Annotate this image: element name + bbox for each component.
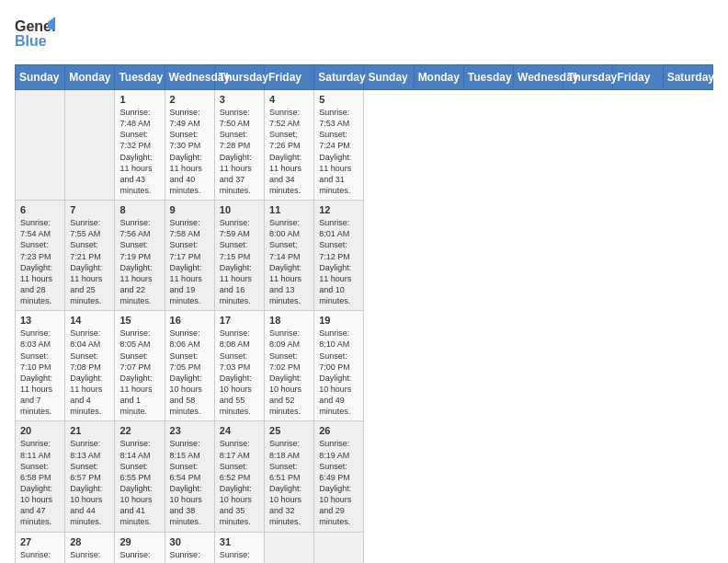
cell-content: Sunrise: 8:15 AMSunset: 6:54 PMDaylight:… [170,438,210,527]
calendar-cell: 31Sunrise: 7:26 AMSunset: 5:42 PMDayligh… [214,532,264,563]
calendar-week-3: 13Sunrise: 8:03 AMSunset: 7:10 PMDayligh… [16,311,713,421]
calendar-cell: 28Sunrise: 7:22 AMSunset: 5:46 PMDayligh… [65,532,115,563]
day-number: 15 [119,315,159,326]
day-number: 2 [170,94,210,105]
cell-content: Sunrise: 8:14 AMSunset: 6:55 PMDaylight:… [119,438,159,527]
calendar-cell [16,90,65,201]
cell-content: Sunrise: 7:58 AMSunset: 7:17 PMDaylight:… [170,217,210,306]
calendar-cell: 25Sunrise: 8:18 AMSunset: 6:51 PMDayligh… [265,421,314,532]
svg-text:Blue: Blue [15,33,47,49]
cell-content: Sunrise: 7:49 AMSunset: 7:30 PMDaylight:… [170,107,210,196]
calendar-week-2: 6Sunrise: 7:54 AMSunset: 7:23 PMDaylight… [16,201,713,311]
day-number: 23 [170,425,210,436]
cell-content: Sunrise: 7:59 AMSunset: 7:15 PMDaylight:… [220,217,259,306]
calendar-cell: 22Sunrise: 8:14 AMSunset: 6:55 PMDayligh… [115,421,165,532]
day-number: 22 [119,425,159,436]
page-header: General Blue [15,15,713,53]
calendar-header-row: SundayMondayTuesdayWednesdayThursdayFrid… [16,65,713,90]
calendar-cell: 12Sunrise: 8:01 AMSunset: 7:12 PMDayligh… [314,201,364,311]
day-number: 13 [20,315,60,326]
day-number: 25 [269,425,309,436]
logo: General Blue [15,15,55,53]
day-header-sunday: Sunday [364,65,414,90]
calendar-cell: 11Sunrise: 8:00 AMSunset: 7:14 PMDayligh… [265,201,314,311]
day-header-thursday: Thursday [563,65,613,90]
day-number: 19 [319,315,358,326]
day-number: 31 [220,536,259,547]
cell-content: Sunrise: 7:48 AMSunset: 7:32 PMDaylight:… [119,107,159,196]
day-header-tuesday: Tuesday [463,65,513,90]
day-number: 11 [269,204,309,215]
cell-content: Sunrise: 8:09 AMSunset: 7:02 PMDaylight:… [269,327,309,417]
calendar-cell: 1Sunrise: 7:48 AMSunset: 7:32 PMDaylight… [115,90,165,201]
day-number: 30 [170,536,210,547]
day-header-tuesday: Tuesday [115,65,165,90]
day-header-saturday: Saturday [314,65,364,90]
day-header-saturday: Saturday [663,65,712,90]
day-number: 6 [20,204,60,215]
cell-content: Sunrise: 8:01 AMSunset: 7:12 PMDaylight:… [319,217,358,306]
day-number: 28 [70,536,109,547]
cell-content: Sunrise: 8:10 AMSunset: 7:00 PMDaylight:… [319,327,358,417]
calendar-cell: 17Sunrise: 8:08 AMSunset: 7:03 PMDayligh… [214,311,264,421]
calendar-cell: 4Sunrise: 7:52 AMSunset: 7:26 PMDaylight… [265,90,314,201]
calendar-cell [265,532,314,563]
cell-content: Sunrise: 7:55 AMSunset: 7:21 PMDaylight:… [70,217,109,306]
day-number: 17 [220,315,259,326]
calendar-cell: 26Sunrise: 8:19 AMSunset: 6:49 PMDayligh… [314,421,364,532]
cell-content: Sunrise: 7:24 AMSunset: 5:43 PMDaylight:… [170,549,210,564]
day-number: 21 [70,425,109,436]
cell-content: Sunrise: 8:13 AMSunset: 6:57 PMDaylight:… [70,438,109,527]
calendar-cell: 29Sunrise: 7:23 AMSunset: 5:45 PMDayligh… [115,532,165,563]
calendar-week-5: 27Sunrise: 7:20 AMSunset: 5:47 PMDayligh… [16,532,713,563]
day-number: 5 [319,94,358,105]
calendar-cell: 21Sunrise: 8:13 AMSunset: 6:57 PMDayligh… [65,421,115,532]
day-number: 26 [319,425,358,436]
calendar-cell: 30Sunrise: 7:24 AMSunset: 5:43 PMDayligh… [165,532,214,563]
day-number: 27 [20,536,60,547]
cell-content: Sunrise: 8:04 AMSunset: 7:08 PMDaylight:… [70,327,109,417]
cell-content: Sunrise: 7:20 AMSunset: 5:47 PMDaylight:… [20,549,60,564]
cell-content: Sunrise: 8:05 AMSunset: 7:07 PMDaylight:… [119,327,159,417]
calendar-cell: 3Sunrise: 7:50 AMSunset: 7:28 PMDaylight… [214,90,264,201]
day-number: 9 [170,204,210,215]
calendar-cell: 27Sunrise: 7:20 AMSunset: 5:47 PMDayligh… [16,532,65,563]
logo-icon: General Blue [15,15,55,50]
calendar-cell [65,90,115,201]
cell-content: Sunrise: 7:52 AMSunset: 7:26 PMDaylight:… [269,107,309,196]
calendar-cell: 6Sunrise: 7:54 AMSunset: 7:23 PMDaylight… [16,201,65,311]
calendar-cell: 9Sunrise: 7:58 AMSunset: 7:17 PMDaylight… [165,201,214,311]
cell-content: Sunrise: 8:08 AMSunset: 7:03 PMDaylight:… [220,327,259,417]
cell-content: Sunrise: 7:56 AMSunset: 7:19 PMDaylight:… [119,217,159,306]
calendar-cell: 2Sunrise: 7:49 AMSunset: 7:30 PMDaylight… [165,90,214,201]
day-number: 7 [70,204,109,215]
calendar-cell: 16Sunrise: 8:06 AMSunset: 7:05 PMDayligh… [165,311,214,421]
cell-content: Sunrise: 8:18 AMSunset: 6:51 PMDaylight:… [269,438,309,527]
day-number: 29 [119,536,159,547]
calendar-cell: 23Sunrise: 8:15 AMSunset: 6:54 PMDayligh… [165,421,214,532]
cell-content: Sunrise: 8:00 AMSunset: 7:14 PMDaylight:… [269,217,309,306]
calendar-cell: 19Sunrise: 8:10 AMSunset: 7:00 PMDayligh… [314,311,364,421]
day-number: 12 [319,204,358,215]
cell-content: Sunrise: 7:23 AMSunset: 5:45 PMDaylight:… [119,549,159,564]
cell-content: Sunrise: 7:26 AMSunset: 5:42 PMDaylight:… [220,549,259,564]
calendar-cell [314,532,364,563]
day-number: 1 [119,94,159,105]
day-number: 4 [269,94,309,105]
day-header-wednesday: Wednesday [165,65,214,90]
day-header-thursday: Thursday [214,65,264,90]
calendar-cell: 18Sunrise: 8:09 AMSunset: 7:02 PMDayligh… [265,311,314,421]
day-number: 14 [70,315,109,326]
calendar-cell: 8Sunrise: 7:56 AMSunset: 7:19 PMDaylight… [115,201,165,311]
day-header-monday: Monday [65,65,115,90]
cell-content: Sunrise: 8:03 AMSunset: 7:10 PMDaylight:… [20,327,60,417]
calendar-cell: 15Sunrise: 8:05 AMSunset: 7:07 PMDayligh… [115,311,165,421]
cell-content: Sunrise: 7:22 AMSunset: 5:46 PMDaylight:… [70,549,109,564]
calendar-week-4: 20Sunrise: 8:11 AMSunset: 6:58 PMDayligh… [16,421,713,532]
day-number: 10 [220,204,259,215]
calendar-cell: 7Sunrise: 7:55 AMSunset: 7:21 PMDaylight… [65,201,115,311]
day-header-friday: Friday [613,65,663,90]
cell-content: Sunrise: 7:50 AMSunset: 7:28 PMDaylight:… [220,107,259,196]
day-number: 24 [220,425,259,436]
day-number: 20 [20,425,60,436]
